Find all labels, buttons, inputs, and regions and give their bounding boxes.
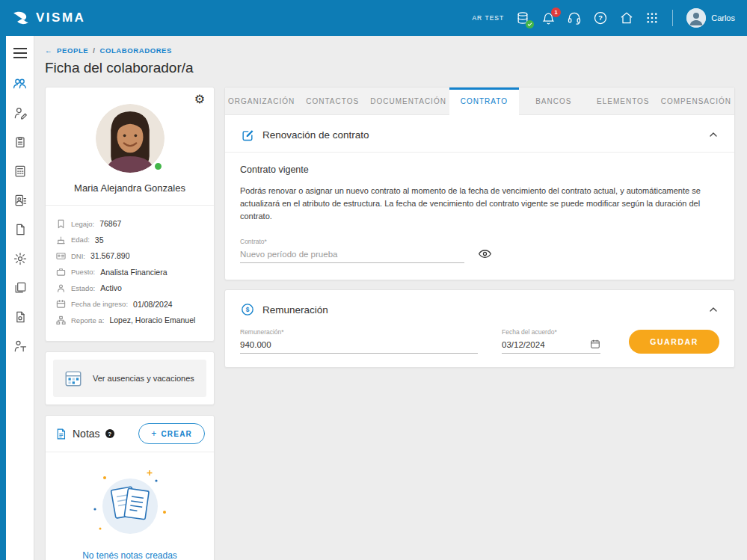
sidebar-item-selection[interactable]: [13, 105, 28, 120]
plus-icon: +: [151, 428, 157, 439]
clipboard-icon: [13, 135, 28, 150]
breadcrumb-back-icon[interactable]: ←: [45, 46, 52, 55]
brand-name: VISMA: [36, 10, 85, 25]
field-value: Activo: [100, 283, 122, 292]
help-icon[interactable]: ?: [593, 10, 608, 25]
datepicker-calendar-icon[interactable]: [590, 339, 600, 351]
tab-contrato[interactable]: CONTRATO: [449, 87, 519, 115]
field-label: Puesto:: [71, 268, 95, 276]
environment-label: AR TEST: [472, 14, 504, 22]
menu-hamburger-icon[interactable]: [13, 48, 27, 58]
field-estado: Estado: Activo: [56, 283, 203, 293]
database-status-badge: [526, 20, 534, 28]
field-label: Reporte a:: [71, 316, 104, 324]
view-contract-eye-icon[interactable]: [478, 247, 492, 261]
create-note-button[interactable]: + CREAR: [138, 423, 205, 444]
file-gear-icon: [13, 310, 28, 324]
field-puesto: Puesto: Analista Financiera: [56, 267, 203, 277]
field-fecha-ingreso: Fecha de ingreso: 01/08/2024: [56, 299, 203, 309]
field-label: Estado:: [71, 284, 95, 292]
tab-organizacion[interactable]: ORGANIZACIÓN: [225, 87, 298, 114]
tab-bancos[interactable]: BANCOS: [519, 87, 588, 114]
apps-grid-icon[interactable]: [645, 11, 659, 25]
tab-contactos[interactable]: CONTACTOS: [298, 87, 367, 114]
contract-description: Podrás renovar o asignar un nuevo contra…: [240, 185, 719, 223]
person-edit-icon: [13, 105, 28, 120]
field-label: Edad:: [71, 236, 90, 244]
agreement-date-label: Fecha del acuerdo*: [502, 328, 600, 336]
note-document-icon: [55, 428, 67, 440]
notifications-bell-icon[interactable]: 1: [541, 11, 556, 25]
visma-logo-icon: [12, 11, 30, 25]
sidebar-item-documents[interactable]: [13, 222, 28, 237]
field-value: Lopez, Horacio Emanuel: [109, 316, 195, 324]
sidebar-item-evaluations[interactable]: [13, 135, 28, 150]
profile-card: ⚙: [45, 87, 215, 342]
notes-empty-state: No tenés notas creadas: [46, 452, 214, 560]
svg-text:?: ?: [598, 14, 603, 22]
agreement-date-field: Fecha del acuerdo*: [502, 328, 600, 354]
calendar-icon: [56, 299, 66, 309]
sidebar-item-processes[interactable]: [13, 280, 28, 295]
tab-documentacion[interactable]: DOCUMENTACIÓN: [367, 87, 449, 114]
right-column: ORGANIZACIÓN CONTACTOS DOCUMENTACIÓN CON…: [224, 87, 735, 368]
contract-input[interactable]: [240, 247, 464, 263]
breadcrumb-colaboradores[interactable]: COLABORADORES: [100, 46, 172, 55]
field-label: Fecha de ingreso:: [71, 300, 128, 308]
vacations-calendar-icon: [64, 369, 83, 388]
agreement-date-input[interactable]: [502, 337, 590, 353]
notes-empty-message: No tenés notas creadas: [53, 550, 206, 560]
home-icon[interactable]: [619, 10, 634, 25]
left-column: ⚙: [45, 87, 215, 560]
people-icon: [12, 76, 28, 91]
sidebar-item-reports[interactable]: [13, 310, 28, 324]
profile-settings-gear-icon[interactable]: ⚙: [194, 93, 205, 105]
contract-panel-card: ORGANIZACIÓN CONTACTOS DOCUMENTACIÓN CON…: [224, 87, 735, 280]
remuneration-field-label: Remuneración*: [240, 328, 478, 336]
sidebar-item-requests[interactable]: [13, 193, 28, 208]
currency-circle-icon: $: [240, 302, 255, 317]
field-value: 35: [95, 236, 104, 244]
bookmark-icon: [56, 219, 66, 229]
tab-elementos[interactable]: ELEMENTOS: [588, 87, 658, 114]
sidebar-item-analytics[interactable]: [13, 339, 28, 354]
status-active-dot: [153, 161, 163, 171]
support-headset-icon[interactable]: [567, 10, 582, 25]
contract-edit-icon: [240, 127, 255, 142]
breadcrumb-people[interactable]: PEOPLE: [57, 46, 88, 55]
profile-fields: Legajo: 76867 Edad: 35 DNI: 31.567.890: [46, 206, 214, 338]
contract-field-label: Contrato*: [240, 238, 464, 245]
absences-vacations-button[interactable]: Ver ausencias y vacaciones: [53, 360, 206, 397]
calculator-icon: [13, 164, 28, 179]
brand[interactable]: VISMA: [12, 10, 85, 25]
id-card-icon: [56, 251, 66, 261]
collapse-chevron-up-icon[interactable]: [707, 129, 719, 141]
collapse-chevron-up-icon[interactable]: [707, 304, 719, 316]
topbar: VISMA AR TEST 1: [0, 0, 747, 36]
remuneration-section-title: Remuneración: [262, 304, 328, 316]
file-icon: [13, 222, 28, 237]
save-button[interactable]: GUARDAR: [629, 330, 719, 354]
field-dni: DNI: 31.567.890: [56, 251, 203, 261]
sidebar-item-settings[interactable]: [13, 251, 28, 266]
gear-icon: [13, 251, 28, 266]
database-icon[interactable]: [515, 10, 530, 25]
tab-compensacion[interactable]: COMPENSACIÓN: [658, 87, 734, 114]
topbar-divider: [672, 10, 673, 26]
field-value: 01/08/2024: [133, 300, 173, 309]
tab-bar: ORGANIZACIÓN CONTACTOS DOCUMENTACIÓN CON…: [225, 87, 734, 115]
field-value: 76867: [99, 219, 121, 228]
sidebar-item-collaborators[interactable]: [12, 76, 28, 91]
notes-card: Notas ? + CREAR: [45, 415, 215, 560]
page-title: Ficha del colaborador/a: [45, 60, 735, 76]
sidebar-item-payroll[interactable]: [13, 164, 28, 179]
user-menu[interactable]: Carlos: [686, 8, 735, 28]
empty-notes-illustration: [82, 467, 178, 541]
notes-help-icon[interactable]: ?: [105, 429, 114, 438]
contract-status-heading: Contrato vigente: [240, 164, 719, 175]
layers-copy-icon: [13, 280, 28, 295]
field-value: Analista Financiera: [100, 268, 167, 277]
notification-badge: 1: [551, 7, 561, 17]
profile-photo: [96, 104, 165, 173]
remuneration-input[interactable]: [240, 337, 478, 354]
